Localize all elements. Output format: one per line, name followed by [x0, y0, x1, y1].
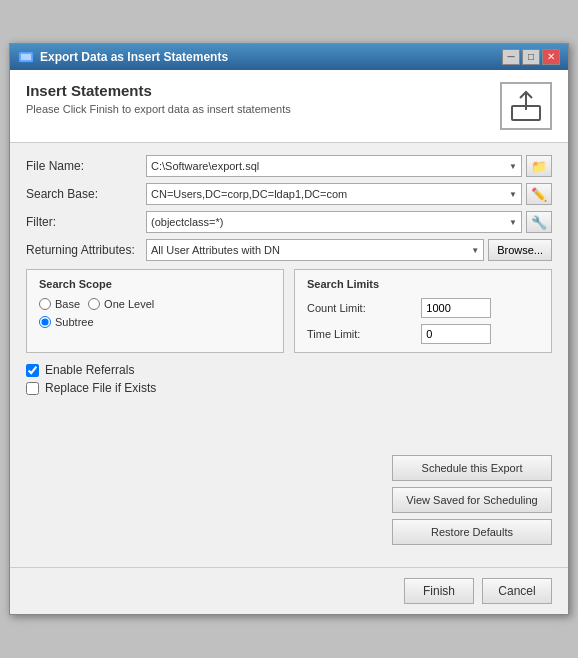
close-button[interactable]: ✕ [542, 49, 560, 65]
search-base-value: CN=Users,DC=corp,DC=ldap1,DC=com [151, 188, 347, 200]
file-name-arrow: ▼ [509, 162, 517, 171]
export-icon [508, 88, 544, 124]
scope-base-radio[interactable] [39, 298, 51, 310]
file-name-controls: C:\Software\export.sql ▼ 📁 [146, 155, 552, 177]
replace-file-label: Replace File if Exists [45, 381, 156, 395]
scope-row-2: Subtree [39, 316, 271, 328]
file-name-row: File Name: C:\Software\export.sql ▼ 📁 [26, 155, 552, 177]
panels-row: Search Scope Base One Level [26, 269, 552, 353]
search-base-label: Search Base: [26, 187, 146, 201]
title-bar-controls: ─ □ ✕ [502, 49, 560, 65]
action-buttons: Schedule this Export View Saved for Sche… [26, 455, 552, 545]
scope-base-label: Base [55, 298, 80, 310]
search-base-controls: CN=Users,DC=corp,DC=ldap1,DC=com ▼ ✏️ [146, 183, 552, 205]
header-section: Insert Statements Please Click Finish to… [10, 70, 568, 143]
filter-value: (objectclass=*) [151, 216, 223, 228]
scope-subtree-label: Subtree [55, 316, 94, 328]
search-limits-panel: Search Limits Count Limit: Time Limit: [294, 269, 552, 353]
dialog-title: Insert Statements [26, 82, 291, 99]
svg-rect-1 [21, 54, 31, 60]
file-name-combo[interactable]: C:\Software\export.sql ▼ [146, 155, 522, 177]
replace-file-row: Replace File if Exists [26, 381, 552, 395]
search-base-edit-button[interactable]: ✏️ [526, 183, 552, 205]
filter-row: Filter: (objectclass=*) ▼ 🔧 [26, 211, 552, 233]
main-window: Export Data as Insert Statements ─ □ ✕ I… [9, 43, 569, 615]
enable-referrals-label: Enable Referrals [45, 363, 134, 377]
file-browse-button[interactable]: 📁 [526, 155, 552, 177]
title-bar-left: Export Data as Insert Statements [18, 49, 228, 65]
filter-icon: 🔧 [531, 215, 547, 230]
form-content: File Name: C:\Software\export.sql ▼ 📁 Se… [10, 143, 568, 567]
time-limit-label: Time Limit: [307, 328, 413, 340]
title-bar: Export Data as Insert Statements ─ □ ✕ [10, 44, 568, 70]
search-scope-panel: Search Scope Base One Level [26, 269, 284, 353]
filter-controls: (objectclass=*) ▼ 🔧 [146, 211, 552, 233]
folder-icon: 📁 [531, 159, 547, 174]
returning-controls: All User Attributes with DN ▼ Browse... [146, 239, 552, 261]
search-limits-title: Search Limits [307, 278, 539, 290]
dialog-subtitle: Please Click Finish to export data as in… [26, 103, 291, 115]
pencil-icon: ✏️ [531, 187, 547, 202]
scope-one-level-item: One Level [88, 298, 154, 310]
minimize-button[interactable]: ─ [502, 49, 520, 65]
search-scope-title: Search Scope [39, 278, 271, 290]
returning-label: Returning Attributes: [26, 243, 146, 257]
maximize-button[interactable]: □ [522, 49, 540, 65]
filter-arrow: ▼ [509, 218, 517, 227]
count-limit-label: Count Limit: [307, 302, 413, 314]
returning-attributes-row: Returning Attributes: All User Attribute… [26, 239, 552, 261]
filter-combo[interactable]: (objectclass=*) ▼ [146, 211, 522, 233]
returning-combo[interactable]: All User Attributes with DN ▼ [146, 239, 484, 261]
restore-defaults-button[interactable]: Restore Defaults [392, 519, 552, 545]
enable-referrals-checkbox[interactable] [26, 364, 39, 377]
replace-file-checkbox[interactable] [26, 382, 39, 395]
header-icon-box [500, 82, 552, 130]
file-name-label: File Name: [26, 159, 146, 173]
header-text: Insert Statements Please Click Finish to… [26, 82, 291, 115]
footer: Finish Cancel [10, 567, 568, 614]
window-title: Export Data as Insert Statements [40, 50, 228, 64]
search-base-arrow: ▼ [509, 190, 517, 199]
returning-arrow: ▼ [471, 246, 479, 255]
returning-browse-button[interactable]: Browse... [488, 239, 552, 261]
cancel-button[interactable]: Cancel [482, 578, 552, 604]
scope-radio-group: Base One Level Subtree [39, 298, 271, 328]
limits-grid: Count Limit: Time Limit: [307, 298, 539, 344]
scope-row-1: Base One Level [39, 298, 271, 310]
checkbox-section: Enable Referrals Replace File if Exists [26, 363, 552, 395]
filter-label: Filter: [26, 215, 146, 229]
time-limit-input[interactable] [421, 324, 491, 344]
enable-referrals-row: Enable Referrals [26, 363, 552, 377]
scope-one-level-label: One Level [104, 298, 154, 310]
file-name-value: C:\Software\export.sql [151, 160, 259, 172]
finish-button[interactable]: Finish [404, 578, 474, 604]
scope-subtree-radio[interactable] [39, 316, 51, 328]
count-limit-input[interactable] [421, 298, 491, 318]
schedule-export-button[interactable]: Schedule this Export [392, 455, 552, 481]
view-saved-button[interactable]: View Saved for Scheduling [392, 487, 552, 513]
search-base-combo[interactable]: CN=Users,DC=corp,DC=ldap1,DC=com ▼ [146, 183, 522, 205]
scope-base-item: Base [39, 298, 80, 310]
window-icon [18, 49, 34, 65]
filter-edit-button[interactable]: 🔧 [526, 211, 552, 233]
search-base-row: Search Base: CN=Users,DC=corp,DC=ldap1,D… [26, 183, 552, 205]
returning-value: All User Attributes with DN [151, 244, 280, 256]
scope-subtree-item: Subtree [39, 316, 94, 328]
scope-one-level-radio[interactable] [88, 298, 100, 310]
